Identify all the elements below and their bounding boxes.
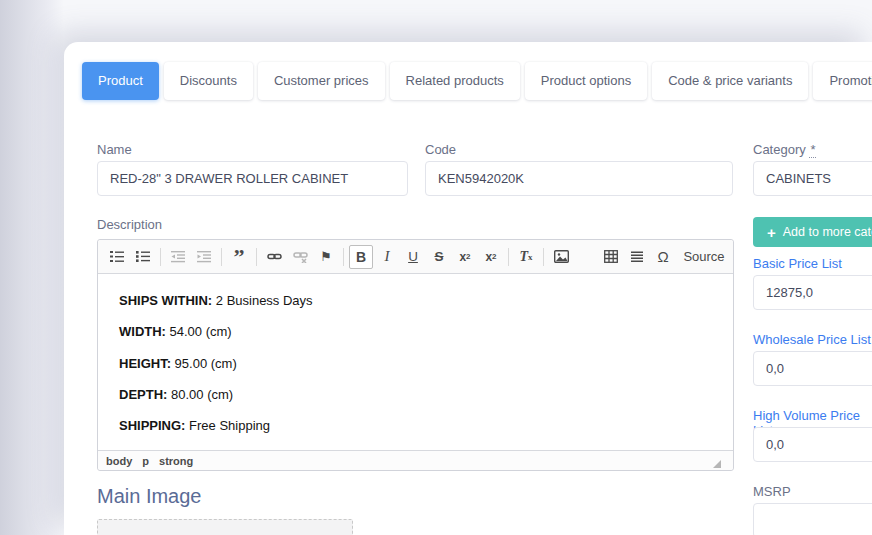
main-image-dropzone[interactable] [97, 519, 353, 535]
product-edit-card: Product Discounts Customer prices Relate… [64, 42, 872, 535]
anchor-icon[interactable]: ⚑ [314, 245, 338, 269]
paragraph-bold: SHIPPING: [119, 418, 185, 433]
source-button[interactable]: Source [677, 245, 726, 269]
description-label: Description [97, 217, 162, 232]
underline-button[interactable]: U [401, 245, 425, 269]
category-input[interactable] [753, 161, 872, 196]
paragraph-text: 54.00 (cm) [166, 324, 232, 339]
subscript-base: x [459, 250, 466, 264]
ordered-list-icon[interactable] [105, 245, 129, 269]
description-paragraph: WIDTH: 54.00 (cm) [119, 324, 712, 340]
superscript-button[interactable]: x2 [479, 245, 503, 269]
editor-element-path: body p strong [98, 450, 733, 470]
description-content[interactable]: SHIPS WITHIN: 2 Business Days WIDTH: 54.… [98, 274, 733, 450]
tab-related-products[interactable]: Related products [390, 62, 520, 100]
resize-handle-icon[interactable] [713, 460, 721, 468]
special-char-icon[interactable]: Ω [651, 245, 675, 269]
outdent-icon[interactable] [166, 245, 190, 269]
subscript-button[interactable]: x2 [453, 245, 477, 269]
msrp-input[interactable] [753, 503, 872, 535]
strikethrough-button[interactable]: S [427, 245, 451, 269]
path-item-p[interactable]: p [142, 455, 149, 467]
code-label: Code [425, 142, 456, 157]
tab-product[interactable]: Product [82, 62, 159, 100]
main-image-heading: Main Image [97, 485, 202, 508]
subscript-mark: 2 [466, 252, 470, 261]
bullet-list-icon[interactable] [131, 245, 155, 269]
indent-icon[interactable] [192, 245, 216, 269]
paragraph-bold: SHIPS WITHIN: [119, 293, 212, 308]
description-paragraph: DEPTH: 80.00 (cm) [119, 387, 712, 403]
toolbar-separator [221, 248, 222, 266]
category-label: Category * [753, 142, 816, 157]
link-icon[interactable] [262, 245, 286, 269]
toolbar-separator [160, 248, 161, 266]
tab-promotion[interactable]: Promotion [813, 62, 872, 100]
paragraph-text: 95.00 (cm) [171, 356, 237, 371]
paragraph-text: 2 Business Days [212, 293, 312, 308]
add-to-more-categories-label: Add to more categories [783, 225, 872, 239]
toolbar-separator [343, 248, 344, 266]
basic-price-list-input[interactable] [753, 275, 872, 310]
remove-format-icon[interactable]: Tx [514, 245, 538, 269]
horizontal-line-icon[interactable] [625, 245, 649, 269]
paragraph-text: 80.00 (cm) [167, 387, 233, 402]
plus-icon: + [767, 225, 776, 240]
high-volume-price-list-input[interactable] [753, 427, 872, 462]
wholesale-price-list-label[interactable]: Wholesale Price List [753, 332, 871, 347]
tab-customer-prices[interactable]: Customer prices [258, 62, 385, 100]
image-icon[interactable] [549, 245, 573, 269]
superscript-mark: 2 [492, 252, 496, 261]
category-label-text: Category [753, 142, 806, 157]
description-editor: ” ⚑ B I U S x2 x2 Tx [97, 239, 734, 471]
bold-button[interactable]: B [349, 245, 373, 269]
wholesale-price-list-input[interactable] [753, 351, 872, 386]
editor-toolbar: ” ⚑ B I U S x2 x2 Tx [98, 240, 733, 274]
description-paragraph: SHIPPING: Free Shipping [119, 418, 712, 434]
paragraph-bold: WIDTH: [119, 324, 166, 339]
msrp-label: MSRP [753, 484, 791, 499]
name-input[interactable] [97, 161, 408, 196]
remove-format-mark: x [528, 252, 533, 262]
path-item-body[interactable]: body [106, 455, 132, 467]
code-input[interactable] [425, 161, 733, 196]
paragraph-text: Free Shipping [185, 418, 270, 433]
name-label: Name [97, 142, 132, 157]
add-to-more-categories-button[interactable]: + Add to more categories [753, 217, 872, 247]
table-icon[interactable] [599, 245, 623, 269]
paragraph-bold: HEIGHT: [119, 356, 171, 371]
description-paragraph: SHIPS WITHIN: 2 Business Days [119, 293, 712, 309]
toolbar-separator [256, 248, 257, 266]
superscript-base: x [485, 250, 492, 264]
description-paragraph: HEIGHT: 95.00 (cm) [119, 356, 712, 372]
source-label: Source [683, 249, 724, 264]
remove-format-base: T [519, 249, 528, 265]
paragraph-bold: DEPTH: [119, 387, 167, 402]
toolbar-separator [543, 248, 544, 266]
unlink-icon[interactable] [288, 245, 312, 269]
basic-price-list-label[interactable]: Basic Price List [753, 256, 842, 271]
required-asterisk: * [809, 142, 816, 158]
tab-code-price-variants[interactable]: Code & price variants [652, 62, 808, 100]
toolbar-separator [508, 248, 509, 266]
path-item-strong[interactable]: strong [159, 455, 193, 467]
italic-button[interactable]: I [375, 245, 399, 269]
blockquote-icon[interactable]: ” [227, 250, 251, 264]
tab-discounts[interactable]: Discounts [164, 62, 253, 100]
tab-bar: Product Discounts Customer prices Relate… [82, 62, 872, 100]
tab-product-options[interactable]: Product options [525, 62, 647, 100]
